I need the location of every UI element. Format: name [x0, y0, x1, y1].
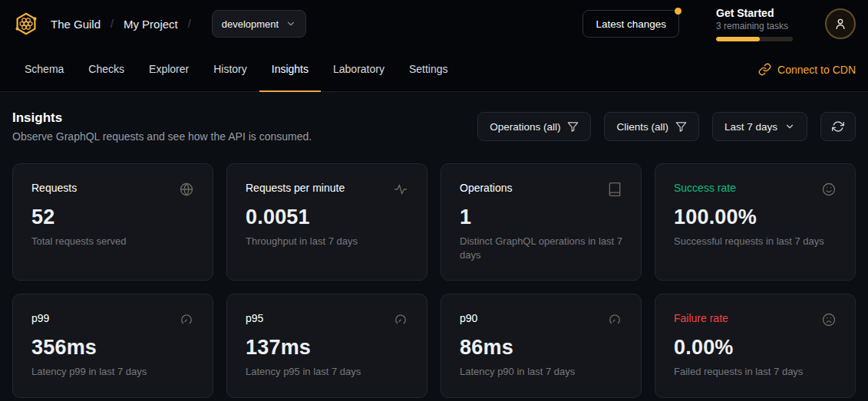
tab-label: Checks — [88, 63, 124, 75]
card-description: Successful requests in last 7 days — [674, 235, 837, 248]
gauge-icon — [393, 312, 408, 327]
tab-label: Laboratory — [333, 63, 384, 75]
page-title: Insights — [12, 110, 312, 126]
breadcrumb-separator: / — [188, 18, 191, 30]
date-range-selector[interactable]: Last 7 days — [712, 112, 807, 141]
operations-filter-label: Operations (all) — [490, 121, 560, 133]
get-started-progress — [716, 37, 793, 41]
tab-label: Settings — [409, 63, 448, 75]
user-avatar[interactable] — [825, 8, 856, 39]
card-value: 0.0051 — [246, 205, 408, 229]
insights-page: Insights Observe GraphQL requests and se… — [0, 92, 868, 398]
page-subtitle: Observe GraphQL requests and see how the… — [12, 130, 312, 143]
target-selector-value: development — [222, 18, 279, 30]
filter-toolbar: Operations (all) Clients (all) Last 7 da… — [477, 112, 856, 141]
stat-card: Requests per minute 0.0051 Throughput in… — [226, 163, 427, 281]
connect-to-cdn-link[interactable]: Connect to CDN — [758, 48, 856, 91]
card-description: Distinct GraphQL operations in last 7 da… — [460, 235, 622, 261]
clients-filter-button[interactable]: Clients (all) — [604, 112, 699, 141]
stat-card: Requests 52 Total requests served — [12, 163, 213, 281]
tab-explorer[interactable]: Explorer — [137, 48, 201, 92]
card-title: p90 — [460, 312, 477, 324]
tab-checks[interactable]: Checks — [76, 48, 137, 92]
tab-label: History — [213, 63, 247, 75]
card-title: Success rate — [674, 182, 736, 194]
smile-icon — [821, 182, 837, 197]
nav-tabs: SchemaChecksExplorerHistoryInsightsLabor… — [12, 48, 460, 91]
page-title-block: Insights Observe GraphQL requests and se… — [12, 110, 312, 143]
person-icon — [833, 17, 847, 31]
refresh-icon — [832, 120, 844, 133]
latest-changes-label: Latest changes — [596, 18, 666, 30]
card-value: 1 — [460, 205, 622, 229]
card-title: Operations — [460, 182, 512, 194]
tab-schema[interactable]: Schema — [12, 48, 76, 92]
get-started-subtitle: 3 remaining tasks — [716, 21, 794, 31]
gauge-icon — [179, 312, 194, 327]
funnel-icon — [567, 121, 579, 133]
card-value: 137ms — [246, 336, 408, 360]
get-started-title: Get Started — [716, 7, 794, 19]
card-title: p99 — [31, 312, 49, 324]
project-nav: SchemaChecksExplorerHistoryInsightsLabor… — [0, 48, 868, 92]
tab-label: Explorer — [149, 63, 189, 75]
get-started-widget[interactable]: Get Started 3 remaining tasks — [716, 7, 794, 41]
tab-insights[interactable]: Insights — [259, 48, 321, 92]
latest-changes-button[interactable]: Latest changes — [583, 10, 679, 38]
breadcrumb-org[interactable]: The Guild — [51, 18, 101, 31]
stat-card: p99 356ms Latency p99 in last 7 days — [12, 294, 213, 398]
globe-icon — [179, 182, 194, 197]
stat-card: Failure rate 0.00% Failed requests in la… — [655, 294, 856, 398]
card-description: Latency p90 in last 7 days — [460, 365, 622, 379]
card-title: p95 — [246, 312, 263, 324]
card-description: Latency p99 in last 7 days — [31, 365, 194, 379]
refresh-button[interactable] — [820, 112, 856, 141]
funnel-icon — [675, 121, 687, 133]
card-value: 0.00% — [674, 336, 837, 360]
clients-filter-label: Clients (all) — [616, 121, 668, 133]
card-description: Total requests served — [31, 235, 194, 248]
activity-icon — [393, 182, 408, 197]
breadcrumb-project[interactable]: My Project — [124, 18, 178, 31]
stat-card: p90 86ms Latency p90 in last 7 days — [441, 294, 642, 398]
card-description: Failed requests in last 7 days — [674, 365, 837, 379]
card-value: 356ms — [31, 336, 194, 360]
breadcrumb: The Guild / My Project / — [51, 18, 201, 31]
tab-laboratory[interactable]: Laboratory — [321, 48, 397, 92]
stat-cards-grid: Requests 52 Total requests served Reques… — [12, 163, 856, 398]
card-value: 86ms — [460, 336, 622, 360]
link-icon — [758, 63, 771, 76]
tab-history[interactable]: History — [201, 48, 259, 92]
get-started-progress-fill — [716, 37, 760, 41]
tab-settings[interactable]: Settings — [397, 48, 460, 92]
breadcrumb-separator: / — [111, 18, 114, 30]
stat-card: Success rate 100.00% Successful requests… — [655, 163, 856, 281]
notification-dot-icon — [675, 8, 682, 15]
target-selector[interactable]: development — [212, 10, 306, 38]
gauge-icon — [607, 312, 622, 327]
frown-icon — [821, 312, 837, 327]
tab-label: Insights — [272, 63, 309, 75]
chevron-down-icon — [784, 121, 795, 132]
card-description: Latency p95 in last 7 days — [246, 365, 408, 379]
card-description: Throughput in last 7 days — [246, 235, 408, 248]
operations-filter-button[interactable]: Operations (all) — [477, 112, 591, 141]
stat-card: p95 137ms Latency p95 in last 7 days — [226, 294, 427, 398]
card-title: Requests — [31, 182, 77, 194]
connect-to-cdn-label: Connect to CDN — [777, 64, 856, 76]
date-range-label: Last 7 days — [724, 121, 777, 133]
card-value: 100.00% — [674, 205, 837, 229]
book-icon — [607, 182, 622, 197]
card-title: Requests per minute — [246, 182, 345, 194]
card-title: Failure rate — [674, 312, 728, 324]
guild-logo-icon[interactable] — [12, 10, 40, 38]
card-value: 52 — [31, 205, 194, 229]
stat-card: Operations 1 Distinct GraphQL operations… — [441, 163, 642, 281]
chevron-down-icon — [285, 18, 296, 29]
tab-label: Schema — [25, 63, 64, 75]
top-header: The Guild / My Project / development Lat… — [0, 0, 868, 48]
